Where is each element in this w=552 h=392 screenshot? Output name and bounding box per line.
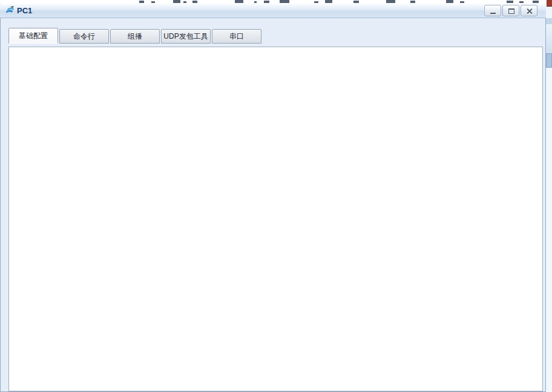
background-scrollbar-thumb[interactable]: [546, 53, 552, 68]
title-bar[interactable]: PC1: [0, 4, 546, 18]
background-window-strip: [546, 0, 552, 392]
tab-udp-tool[interactable]: UDP发包工具: [161, 29, 211, 44]
tab-multicast[interactable]: 组播: [110, 29, 160, 44]
pc-config-window: PC1 基础配置 命令行 组播 UDP发包工具 串口: [0, 4, 546, 392]
tab-serial[interactable]: 串口: [212, 29, 261, 44]
screen: PC1 基础配置 命令行 组播 UDP发包工具 串口 主机名： MAC 地址： …: [0, 0, 552, 392]
minimize-button[interactable]: [484, 5, 501, 16]
basic-config-panel: [8, 47, 543, 391]
close-button[interactable]: [521, 5, 537, 16]
maximize-button[interactable]: [502, 5, 519, 16]
ensp-pc-icon: [5, 5, 16, 16]
tab-basic-config[interactable]: 基础配置: [8, 28, 58, 44]
tab-command-line[interactable]: 命令行: [59, 29, 109, 44]
maximize-icon: [508, 8, 514, 14]
background-icon-fragment: [547, 0, 552, 7]
minimize-icon: [490, 13, 496, 14]
window-title: PC1: [17, 6, 32, 15]
